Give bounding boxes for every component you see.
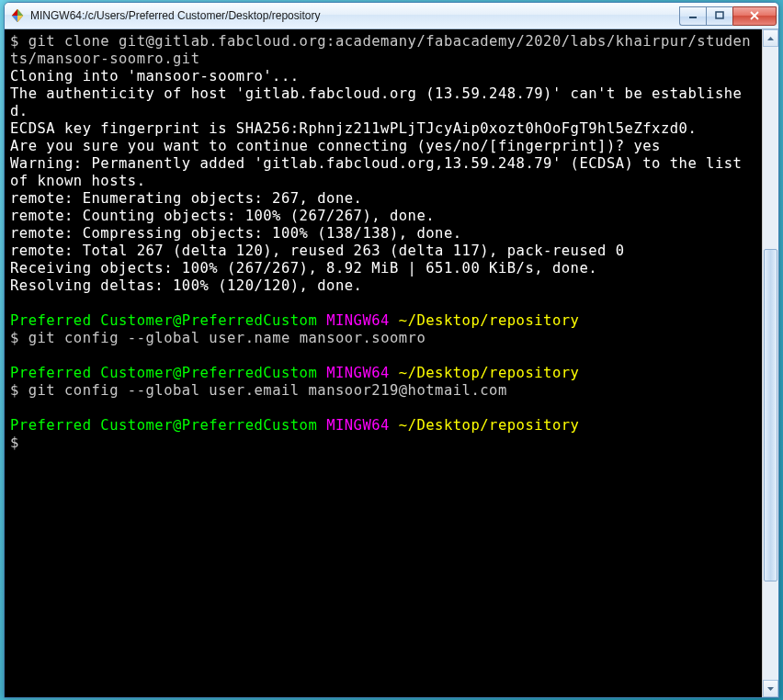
prompt-symbol: $ xyxy=(10,382,19,399)
output-line: remote: Enumerating objects: 267, done. xyxy=(10,190,362,207)
output-line: remote: Total 267 (delta 120), reused 26… xyxy=(10,243,625,259)
output-line: $ git clone git@gitlab.fabcloud.org:acad… xyxy=(10,33,751,67)
output-line: ECDSA key fingerprint is SHA256:Rphnjz21… xyxy=(10,120,697,137)
scroll-thumb[interactable] xyxy=(764,249,777,581)
output-line: Receiving objects: 100% (267/267), 8.92 … xyxy=(10,260,597,277)
output-line: Cloning into 'mansoor-soomro'... xyxy=(10,68,300,85)
prompt-path: ~/Desktop/repository xyxy=(399,312,580,329)
prompt-symbol: $ xyxy=(10,330,19,346)
prompt-env: MINGW64 xyxy=(326,365,390,381)
output-line: Warning: Permanently added 'gitlab.fabcl… xyxy=(10,155,751,189)
maximize-button[interactable] xyxy=(706,6,732,26)
prompt-user: Preferred Customer@PreferredCustom xyxy=(10,417,317,434)
output-line: Resolving deltas: 100% (120/120), done. xyxy=(10,277,362,294)
output-line: remote: Compressing objects: 100% (138/1… xyxy=(10,225,462,242)
terminal-output[interactable]: $ git clone git@gitlab.fabcloud.org:acad… xyxy=(5,29,762,697)
prompt-env: MINGW64 xyxy=(326,312,390,329)
scroll-track[interactable] xyxy=(763,47,778,680)
terminal-window: MINGW64:/c/Users/Preferred Customer/Desk… xyxy=(4,2,779,698)
prompt-env: MINGW64 xyxy=(326,417,390,434)
command-line: git config --global user.email mansoor21… xyxy=(28,382,507,399)
prompt-user: Preferred Customer@PreferredCustom xyxy=(10,365,317,381)
output-line: The authenticity of host 'gitlab.fabclou… xyxy=(10,85,742,119)
scrollbar[interactable] xyxy=(762,29,778,697)
prompt-symbol: $ xyxy=(10,435,19,451)
command-line: git config --global user.name mansoor.so… xyxy=(28,330,426,346)
prompt-user: Preferred Customer@PreferredCustom xyxy=(10,312,317,329)
svg-rect-1 xyxy=(716,12,723,18)
output-line: Are you sure you want to continue connec… xyxy=(10,138,661,154)
window-controls xyxy=(679,6,777,26)
scroll-up-button[interactable] xyxy=(763,29,778,47)
app-icon xyxy=(10,8,25,23)
scroll-down-button[interactable] xyxy=(763,680,778,697)
minimize-button[interactable] xyxy=(679,6,706,26)
prompt-path: ~/Desktop/repository xyxy=(399,365,580,381)
window-title: MINGW64:/c/Users/Preferred Customer/Desk… xyxy=(30,9,679,22)
prompt-path: ~/Desktop/repository xyxy=(399,417,580,434)
svg-rect-0 xyxy=(689,17,697,18)
output-line: remote: Counting objects: 100% (267/267)… xyxy=(10,208,435,224)
terminal-area: $ git clone git@gitlab.fabcloud.org:acad… xyxy=(5,29,778,697)
titlebar[interactable]: MINGW64:/c/Users/Preferred Customer/Desk… xyxy=(5,3,778,29)
close-button[interactable] xyxy=(732,6,777,26)
